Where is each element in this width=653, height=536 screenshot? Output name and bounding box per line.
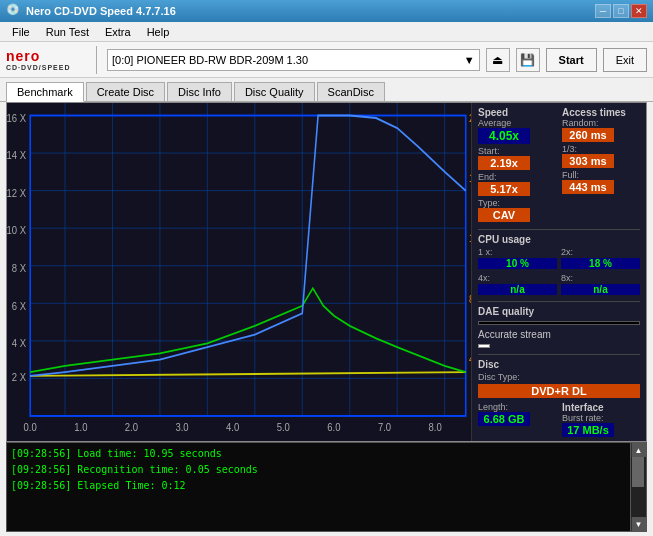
tab-scan-disc[interactable]: ScanDisc	[317, 82, 385, 101]
tabs: Benchmark Create Disc Disc Info Disc Qua…	[0, 78, 653, 102]
drive-selector[interactable]: [0:0] PIONEER BD-RW BDR-209M 1.30 ▼	[107, 49, 480, 71]
svg-text:7.0: 7.0	[378, 421, 391, 433]
tab-create-disc[interactable]: Create Disc	[86, 82, 165, 101]
title-bar-left: 💿 Nero CD-DVD Speed 4.7.7.16	[6, 3, 176, 19]
menu-bar: File Run Test Extra Help	[0, 22, 653, 42]
dae-quality-label: DAE quality	[478, 306, 640, 317]
svg-text:8 X: 8 X	[12, 262, 26, 274]
save-button[interactable]: 💾	[516, 48, 540, 72]
cpu-usage-label: CPU usage	[478, 234, 640, 245]
log-line-2: [09:28:56] Elapsed Time: 0:12	[11, 478, 626, 494]
disc-type-value: DVD+R DL	[478, 384, 640, 398]
svg-text:2 X: 2 X	[12, 371, 26, 383]
svg-text:4: 4	[469, 354, 471, 366]
menu-help[interactable]: Help	[139, 24, 178, 40]
chart-area: 16 X 14 X 12 X 10 X 8 X 6 X 4 X 2 X 0.0 …	[7, 103, 471, 441]
logo-top: nero	[6, 48, 40, 64]
svg-text:16: 16	[469, 172, 471, 184]
cpu-4x-label: 4x:	[478, 273, 557, 283]
exit-button[interactable]: Exit	[603, 48, 647, 72]
drive-label: [0:0] PIONEER BD-RW BDR-209M 1.30	[112, 54, 308, 66]
menu-extra[interactable]: Extra	[97, 24, 139, 40]
minimize-button[interactable]: ─	[595, 4, 611, 18]
svg-text:14 X: 14 X	[7, 150, 26, 162]
tab-disc-info[interactable]: Disc Info	[167, 82, 232, 101]
accurate-stream-checkbox[interactable]	[478, 344, 490, 348]
cpu-2x-value: 18 %	[561, 258, 640, 269]
svg-text:1.0: 1.0	[74, 421, 87, 433]
random-value: 260 ms	[562, 128, 614, 142]
svg-text:16 X: 16 X	[7, 112, 26, 124]
scroll-up-button[interactable]: ▲	[632, 443, 646, 457]
one-third-label: 1/3:	[562, 144, 640, 154]
svg-text:12 X: 12 X	[7, 187, 26, 199]
svg-rect-0	[7, 103, 471, 441]
tab-benchmark[interactable]: Benchmark	[6, 82, 84, 102]
burst-label: Burst rate:	[562, 413, 640, 423]
cpu-4x-value: n/a	[478, 284, 557, 295]
speed-label: Speed	[478, 107, 556, 118]
svg-text:4.0: 4.0	[226, 421, 239, 433]
burst-value: 17 MB/s	[562, 423, 614, 437]
tab-disc-quality[interactable]: Disc Quality	[234, 82, 315, 101]
svg-text:8.0: 8.0	[429, 421, 442, 433]
scroll-thumb[interactable]	[632, 457, 644, 487]
chart-svg: 16 X 14 X 12 X 10 X 8 X 6 X 4 X 2 X 0.0 …	[7, 103, 471, 441]
end-label: End:	[478, 172, 556, 182]
close-button[interactable]: ✕	[631, 4, 647, 18]
main-content: 16 X 14 X 12 X 10 X 8 X 6 X 4 X 2 X 0.0 …	[6, 102, 647, 442]
svg-text:10 X: 10 X	[7, 225, 26, 237]
disc-length-label: Length:	[478, 402, 556, 412]
full-label: Full:	[562, 170, 640, 180]
scroll-down-button[interactable]: ▼	[632, 517, 646, 531]
cpu-1x-label: 1 x:	[478, 247, 557, 257]
svg-text:6.0: 6.0	[327, 421, 340, 433]
average-label: Average	[478, 118, 556, 128]
start-label: Start:	[478, 146, 556, 156]
log-line-1: [09:28:56] Recognition time: 0.05 second…	[11, 462, 626, 478]
svg-text:0.0: 0.0	[24, 421, 37, 433]
interface-label: Interface	[562, 402, 640, 413]
scroll-track	[631, 457, 646, 517]
title-text: Nero CD-DVD Speed 4.7.7.16	[26, 5, 176, 17]
svg-text:5.0: 5.0	[277, 421, 290, 433]
title-bar: 💿 Nero CD-DVD Speed 4.7.7.16 ─ □ ✕	[0, 0, 653, 22]
start-value: 2.19x	[478, 156, 530, 170]
average-value: 4.05x	[478, 128, 530, 144]
accurate-stream-label: Accurate stream	[478, 329, 640, 340]
one-third-value: 303 ms	[562, 154, 614, 168]
svg-text:2.0: 2.0	[125, 421, 138, 433]
app-icon: 💿	[6, 3, 22, 19]
disc-type-label: Disc Type:	[478, 372, 640, 382]
dae-quality-bar	[478, 321, 640, 325]
cpu-8x-label: 8x:	[561, 273, 640, 283]
title-buttons: ─ □ ✕	[595, 4, 647, 18]
type-label: Type:	[478, 198, 556, 208]
log-content: [09:28:56] Load time: 10.95 seconds [09:…	[7, 443, 630, 531]
start-button[interactable]: Start	[546, 48, 597, 72]
end-value: 5.17x	[478, 182, 530, 196]
full-value: 443 ms	[562, 180, 614, 194]
cpu-2x-label: 2x:	[561, 247, 640, 257]
cpu-1x-value: 10 %	[478, 258, 557, 269]
stats-panel: Speed Average 4.05x Start: 2.19x End: 5.…	[471, 103, 646, 441]
cpu-8x-value: n/a	[561, 284, 640, 295]
svg-text:12: 12	[469, 232, 471, 244]
nero-logo: nero CD·DVD/SPEED	[6, 45, 86, 75]
type-value: CAV	[478, 208, 530, 222]
log-line-0: [09:28:56] Load time: 10.95 seconds	[11, 446, 626, 462]
svg-text:6 X: 6 X	[12, 300, 26, 312]
toolbar: nero CD·DVD/SPEED [0:0] PIONEER BD-RW BD…	[0, 42, 653, 78]
random-label: Random:	[562, 118, 640, 128]
menu-run-test[interactable]: Run Test	[38, 24, 97, 40]
logo-bottom: CD·DVD/SPEED	[6, 64, 71, 71]
svg-text:3.0: 3.0	[175, 421, 188, 433]
disc-length-value: 6.68 GB	[478, 412, 530, 426]
maximize-button[interactable]: □	[613, 4, 629, 18]
eject-button[interactable]: ⏏	[486, 48, 510, 72]
log-scrollbar[interactable]: ▲ ▼	[630, 443, 646, 531]
menu-file[interactable]: File	[4, 24, 38, 40]
log-area: [09:28:56] Load time: 10.95 seconds [09:…	[6, 442, 647, 532]
access-times-label: Access times	[562, 107, 640, 118]
svg-text:4 X: 4 X	[12, 337, 26, 349]
